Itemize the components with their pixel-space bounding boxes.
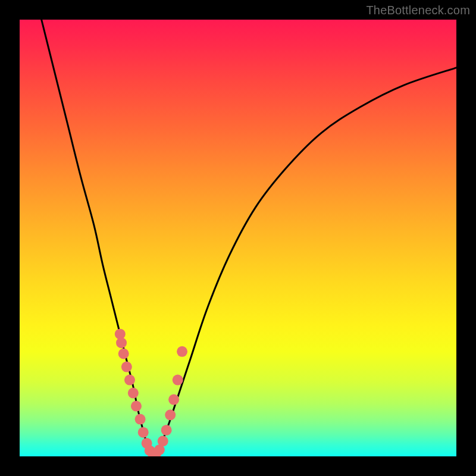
- scatter-dot: [168, 394, 179, 405]
- curves-layer: [20, 20, 456, 456]
- chart-frame: TheBottleneck.com: [0, 0, 476, 476]
- scatter-dot: [118, 349, 129, 359]
- scatter-dot: [124, 375, 135, 386]
- scatter-dot: [135, 414, 146, 425]
- scatter-dot: [138, 427, 149, 438]
- scatter-dot: [131, 401, 142, 412]
- scatter-dot: [121, 362, 132, 372]
- curve-right-curve: [157, 68, 456, 455]
- scatter-dot: [161, 425, 172, 436]
- scatter-dot: [173, 375, 183, 386]
- scatter-dot: [128, 388, 139, 399]
- scatter-dot: [165, 409, 176, 420]
- watermark-text: TheBottleneck.com: [366, 4, 470, 17]
- bottleneck-curve: [42, 20, 456, 454]
- scatter-dot: [116, 337, 127, 348]
- scatter-dots: [115, 328, 187, 456]
- scatter-dot: [177, 346, 187, 357]
- plot-area: [20, 20, 456, 456]
- scatter-dot: [158, 436, 168, 446]
